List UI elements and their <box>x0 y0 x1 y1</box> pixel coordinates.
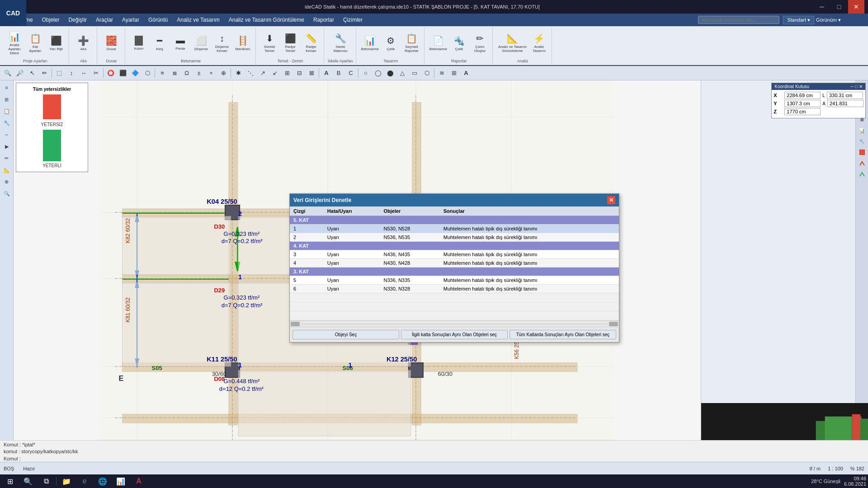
grid-tool[interactable]: ≡ <box>156 67 168 79</box>
zoom-out-button[interactable]: 🔎 <box>14 67 26 79</box>
merdiven-button[interactable]: 🪜 Merdiven <box>233 30 253 56</box>
coord-l-input[interactable] <box>827 92 863 99</box>
analiz-tasarim-button[interactable]: ⚡ AnalizTasarım <box>529 30 549 56</box>
table-row[interactable]: 4 Uyarı N430, N428 Muhtelemen hatalı tip… <box>290 259 619 267</box>
radye-kenari-button[interactable]: 📏 RadyeKenarı <box>301 30 321 56</box>
duvar-button[interactable]: 🧱 Duvar <box>102 30 122 56</box>
app2-button[interactable]: A <box>131 475 147 488</box>
dots-tool[interactable]: ⋱ <box>245 67 256 79</box>
minimize-button[interactable]: ─ <box>814 0 830 14</box>
doseme-kenari-button[interactable]: ↕ DöşemeKenarı <box>212 30 232 56</box>
arrow-dl-tool[interactable]: ↙ <box>269 67 281 79</box>
betonarme-rapor-button[interactable]: 📄 Betonarme <box>428 30 448 56</box>
sidebar-btn-1[interactable]: ≡ <box>1 82 12 93</box>
menu-araclar[interactable]: Araçlar <box>91 15 118 25</box>
start-button[interactable]: ⊞ <box>2 475 18 488</box>
move-vertical-tool[interactable]: ↕ <box>66 67 77 79</box>
sidebar-btn-8[interactable]: 📐 <box>1 164 12 175</box>
tum-katlarda-sec-button[interactable]: Tüm Katlarda Sonuçları Aynı Olan Objeler… <box>509 330 616 339</box>
cizim-olustur-button[interactable]: ✏ ÇizimOluştur <box>470 30 490 56</box>
sidebar-btn-3[interactable]: 📋 <box>1 106 12 117</box>
maximize-button[interactable]: □ <box>831 0 847 14</box>
cancel-tool[interactable]: ⊠ <box>306 67 317 79</box>
command-search-input[interactable] <box>698 16 779 24</box>
app1-button[interactable]: 📊 <box>113 475 129 488</box>
text-a-tool[interactable]: A <box>321 67 332 79</box>
analiz-ayarlari-button[interactable]: 📊 AnalizAyarları listesi <box>5 30 24 56</box>
iskele-makrosu-button[interactable]: 🔧 İskeleMakrosu <box>330 30 350 56</box>
sidebar-btn-9[interactable]: ⊕ <box>1 176 12 187</box>
wave-tool[interactable]: ≋ <box>436 67 448 79</box>
explorer-button[interactable]: 📁 <box>58 475 75 488</box>
analiz-goruntuleme-button[interactable]: 📐 Analiz ve TasarımGörüntüleme <box>496 30 528 56</box>
menu-raporlar[interactable]: Raporlar <box>309 15 339 25</box>
celik-rapor-button[interactable]: 🔩 Çelik <box>449 30 469 56</box>
plus-tool[interactable]: + <box>205 67 217 79</box>
hex-tool[interactable]: ⬡ <box>142 67 153 79</box>
coord-controls[interactable]: ─ □ ✕ <box>850 84 863 89</box>
doseme-button[interactable]: ⬜ Döşeme <box>191 30 211 56</box>
celik-tasarim-button[interactable]: ⚙ Çelik <box>381 30 401 56</box>
kat-ayarlari-button[interactable]: 📋 KatAyarları <box>25 30 45 56</box>
objey-sec-button[interactable]: Objeyi Seç <box>292 330 399 339</box>
arrow-ur-tool[interactable]: ↗ <box>257 67 269 79</box>
square-tool[interactable]: ⬛ <box>117 67 129 79</box>
taskview-button[interactable]: ⧉ <box>38 475 54 488</box>
scissors-tool[interactable]: ✂ <box>90 67 102 79</box>
right-btn-6[interactable]: 🔧 <box>857 136 867 146</box>
text-label-tool[interactable]: A <box>460 67 472 79</box>
surekli-temel-button[interactable]: ⬇ SürekliTemel <box>259 30 279 56</box>
circle-large-tool[interactable]: ◯ <box>372 67 384 79</box>
right-btn-5[interactable]: 📊 <box>857 126 867 136</box>
move-horizontal-tool[interactable]: ↔ <box>78 67 90 79</box>
right-btn-7[interactable] <box>857 147 867 157</box>
secmeli-raporlar-button[interactable]: 📋 SeçmeliRaporlar <box>401 30 421 56</box>
text-b-tool[interactable]: B <box>333 67 344 79</box>
rect-tool[interactable]: ▭ <box>409 67 420 79</box>
close-button[interactable]: ✕ <box>848 0 864 14</box>
right-btn-9[interactable] <box>857 169 867 179</box>
sidebar-btn-6[interactable]: ▶ <box>1 141 12 152</box>
text-c-tool[interactable]: C <box>345 67 357 79</box>
table-row[interactable]: 3 Uyarı N436, N435 Muhtelemen hatalı tip… <box>290 250 619 259</box>
circle-filled-tool[interactable]: ⬤ <box>384 67 396 79</box>
aks-button[interactable]: ➕ Aks <box>74 30 94 56</box>
menu-objeler[interactable]: Objeler <box>38 15 64 25</box>
view-dropdown[interactable]: Görünüm ▾ <box>816 17 841 23</box>
menu-analiz-tasarim[interactable]: Analiz ve Tasarım <box>172 15 224 25</box>
grid3-tool[interactable]: ⊞ <box>448 67 460 79</box>
betonarme-tasarim-button[interactable]: 📊 Betonarme <box>360 30 380 56</box>
plus-minus-tool[interactable]: ± <box>193 67 205 79</box>
rectangle-tool[interactable]: ⬚ <box>53 67 65 79</box>
remove-tool[interactable]: ⊟ <box>293 67 305 79</box>
coord-y-input[interactable] <box>784 100 821 107</box>
coord-x-input[interactable] <box>784 92 821 99</box>
circle-tool[interactable]: ⭕ <box>105 67 117 79</box>
perde-button[interactable]: ▬ Perde <box>170 30 190 56</box>
dialog-scrollbar[interactable] <box>290 320 619 327</box>
diamond-tool[interactable]: 🔷 <box>129 67 141 79</box>
menu-cizimler[interactable]: Çizimler <box>339 15 367 25</box>
edge-button[interactable]: e <box>76 475 93 488</box>
star-tool[interactable]: ✱ <box>232 67 244 79</box>
chrome-button[interactable]: 🌐 <box>94 475 111 488</box>
triangle-tool[interactable]: △ <box>396 67 408 79</box>
table-row[interactable]: 6 Uyarı N330, N328 Muhtelemen hatalı tip… <box>290 285 619 293</box>
right-btn-8[interactable] <box>857 158 867 168</box>
radye-temel-button[interactable]: ⬛ RadyeTemel <box>280 30 300 56</box>
circle-empty-tool[interactable]: ○ <box>360 67 372 79</box>
kiris-button[interactable]: ━ Kiriş <box>150 30 170 56</box>
search-button[interactable]: 🔍 <box>20 475 36 488</box>
table-row[interactable]: 1 Uyarı N530, N528 Muhtelemen hatalı tip… <box>290 225 619 233</box>
menu-analiz-goruntuleme[interactable]: Analiz ve Tasarım Görüntüleme <box>224 15 309 25</box>
kolon-button[interactable]: Kolon <box>129 30 149 56</box>
table-row[interactable]: 2 Uyarı N536, N535 Muhtelemen hatalı tip… <box>290 233 619 242</box>
sidebar-btn-10[interactable]: 🔍 <box>1 188 12 199</box>
standard-dropdown[interactable]: Standart ▾ <box>783 16 814 24</box>
grid2-tool[interactable]: ≣ <box>169 67 180 79</box>
draw-button[interactable]: ✏ <box>38 67 50 79</box>
sidebar-btn-5[interactable]: ↔ <box>1 129 12 140</box>
sidebar-btn-2[interactable]: ⊞ <box>1 94 12 105</box>
ilgili-katta-sec-button[interactable]: İlgili katta Sonuçları Aynı Olan Objeler… <box>401 330 508 339</box>
coord-a-input[interactable] <box>827 100 863 107</box>
